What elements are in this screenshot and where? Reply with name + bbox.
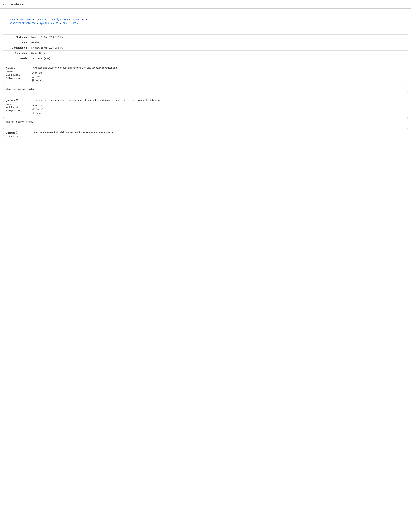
question-3-text: If a restaurant, known for its delicious… — [32, 131, 405, 134]
question-2-text: If a commercial advertisement compares o… — [32, 98, 405, 102]
radio-true-q2[interactable] — [32, 108, 34, 110]
question-2-number: Question 2 — [6, 98, 27, 102]
question-1-feedback: The correct answer is 'False'. — [3, 86, 408, 93]
state-label: State — [3, 40, 29, 45]
grade-label: Grade — [3, 56, 29, 61]
header-user-box[interactable] — [402, 2, 408, 7]
question-3-block: Question 3 Mark 1 out of 1 If a restaura… — [3, 128, 408, 141]
question-3-number: Question 3 — [6, 131, 27, 134]
breadcrumb-arrow: ► — [59, 22, 61, 25]
question-1-block: Question 1 Correct Mark 1 out of 1 ⚑ Fla… — [3, 64, 408, 86]
grade-row: Grade 18 out of 20 (90%) — [3, 56, 408, 61]
question-2-block: Question 2 Correct Mark 1 out of 1 ⚑ Fla… — [3, 96, 408, 118]
breadcrumb-chapter16[interactable]: Chapter 16 Test — [63, 22, 79, 25]
question-2-mark: Mark 1 out of 1 — [6, 106, 27, 108]
question-2-option-true: True ✓ — [32, 108, 405, 111]
correct-checkmark-q2: ✓ — [41, 108, 43, 111]
question-1-content: Advertisements that promote goods and se… — [29, 64, 408, 85]
breadcrumb-outer: Home ► My courses ► Cerro Coso Community… — [3, 12, 408, 31]
started-on-label: Started on — [3, 34, 29, 40]
flag-question-1[interactable]: ⚑ Flag question — [6, 77, 27, 79]
time-taken-value: 8 mins 42 secs — [29, 50, 408, 56]
question-1-number: Question 1 — [6, 66, 27, 70]
flag-label-1: Flag question — [8, 77, 20, 79]
breadcrumb-course[interactable]: BSADC171-32206201630 — [9, 22, 36, 25]
option-true-label-q1: True — [35, 75, 40, 78]
breadcrumb-spring2016[interactable]: Spring 2016 — [72, 18, 85, 21]
started-on-row: Started on Monday, 25 April 2016, 3:39 P… — [3, 34, 408, 40]
question-1-option-true: True — [32, 75, 405, 78]
breadcrumb-arrow: ► — [37, 22, 39, 25]
flag-label-2: Flag question — [8, 109, 20, 112]
breadcrumb-arrow: ► — [86, 19, 88, 21]
quiz-info-table: Started on Monday, 25 April 2016, 3:39 P… — [3, 34, 408, 61]
question-2-content: If a commercial advertisement compares o… — [29, 96, 408, 117]
main-content: Home ► My courses ► Cerro Coso Community… — [0, 9, 411, 145]
grade-number: 18 — [31, 57, 34, 60]
question-1-mark: Mark 1 out of 1 — [6, 74, 27, 76]
flag-question-2[interactable]: ⚑ Flag question — [6, 109, 27, 112]
grade-value: 18 out of 20 (90%) — [29, 56, 408, 61]
option-false-label-q2: False — [35, 112, 41, 114]
time-taken-label: Time taken — [3, 50, 29, 56]
question-2-option-false: False — [32, 112, 405, 114]
started-on-value: Monday, 25 April 2016, 3:39 PM — [29, 34, 408, 40]
state-row: State Finished — [3, 40, 408, 45]
question-2-select-label: Select one: — [32, 104, 405, 106]
breadcrumb-arrow: ► — [33, 19, 35, 21]
time-taken-row: Time taken 8 mins 42 secs — [3, 50, 408, 56]
option-true-label-q2: True — [35, 108, 40, 110]
question-1-option-false: False ✓ — [32, 79, 405, 82]
question-1-text: Advertisements that promote goods and se… — [32, 66, 405, 70]
state-value: Finished — [29, 40, 408, 45]
flag-icon-1: ⚑ — [6, 77, 7, 79]
question-1-status: Correct — [6, 71, 27, 73]
question-1-sidebar: Question 1 Correct Mark 1 out of 1 ⚑ Fla… — [3, 64, 29, 85]
breadcrumb-mycourses[interactable]: My courses — [20, 18, 31, 21]
breadcrumb-arrow: ► — [69, 19, 71, 21]
breadcrumb-cerrocoso[interactable]: Cerro Coso Community College — [36, 18, 68, 21]
radio-true-q1[interactable] — [32, 76, 34, 78]
breadcrumb-arrow: ► — [17, 19, 19, 21]
site-header: KCCD Moodle Site — [0, 0, 411, 9]
radio-false-q2[interactable] — [32, 112, 34, 114]
option-false-label-q1: False — [35, 79, 41, 82]
breadcrumb-april[interactable]: April 20 to April 26 — [40, 22, 58, 25]
flag-icon-2: ⚑ — [6, 109, 7, 112]
breadcrumb-home[interactable]: Home — [9, 18, 15, 21]
breadcrumb: Home ► My courses ► Cerro Coso Community… — [7, 15, 404, 28]
completed-on-row: Completed on Monday, 25 April 2016, 3:48… — [3, 45, 408, 50]
site-title: KCCD Moodle Site — [3, 3, 24, 6]
completed-on-value: Monday, 25 April 2016, 3:48 PM — [29, 45, 408, 50]
grade-out-of: out of 20 (90%) — [35, 57, 50, 60]
question-3-mark: Mark 1 out of 1 — [6, 135, 27, 138]
question-2-status: Correct — [6, 103, 27, 105]
question-2-feedback: The correct answer is 'True'. — [3, 118, 408, 125]
question-1-select-label: Select one: — [32, 72, 405, 74]
completed-on-label: Completed on — [3, 45, 29, 50]
question-2-sidebar: Question 2 Correct Mark 1 out of 1 ⚑ Fla… — [3, 96, 29, 117]
correct-checkmark-q1: ✓ — [42, 79, 44, 82]
question-3-content: If a restaurant, known for its delicious… — [29, 128, 408, 141]
radio-false-q1[interactable] — [32, 79, 34, 82]
question-3-sidebar: Question 3 Mark 1 out of 1 — [3, 128, 29, 141]
